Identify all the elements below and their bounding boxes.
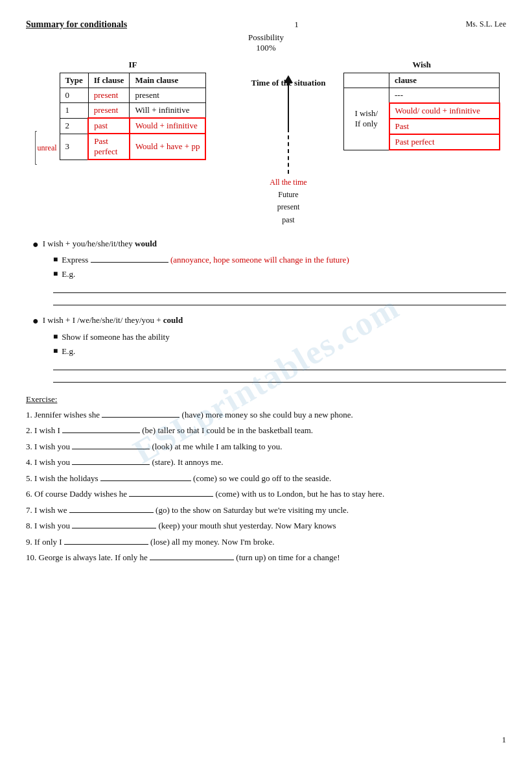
wish-section: Wish clause I wish/If only --- Would/ co… [343,60,500,150]
exercise-item-2: 2. I wish I (be) taller so that I could … [26,424,506,437]
sub-bullets-2: ■ Show if someone has the ability ■ E.g. [53,331,506,383]
time-item-future: Future [278,189,298,201]
type-0: 0 [60,88,88,103]
table-row: 0 present present [60,88,205,103]
exercise-item-10: 10. George is always late. If only he (t… [26,551,506,564]
wish-left-label: I wish/If only [344,88,389,150]
bullet-circle-1: ● [32,238,39,250]
main-clause-3: Would + have + pp [130,134,206,160]
time-item-all: All the time [270,176,306,189]
sub-bullet-text-2a: Show if someone has the ability [62,331,169,343]
type-2: 2 [60,118,88,134]
square-bullet-icon-2a: ■ [53,332,58,342]
col-type: Type [60,73,88,88]
bullet-text-2: I wish + I /we/he/she/it/ they/you + cou… [43,314,183,326]
exercise-item-7: 7. I wish we (go) to the show on Saturda… [26,504,506,517]
sub-bullet-2b: ■ E.g. [53,346,506,357]
exercise-item-9: 9. If only I (lose) all my money. Now I'… [26,536,506,549]
time-item-past: past [282,214,294,226]
blank-2 [62,432,140,433]
exercise-item-8: 8. I wish you (keep) your mouth shut yes… [26,519,506,532]
arrow-container [284,75,293,174]
blank-5 [100,480,191,481]
blank-6 [129,496,213,497]
main-tables: IF Type If clause Main clause 0 present … [26,60,506,226]
arrow-section: Time of the situation All the time Futur… [240,60,337,226]
blank-8 [72,528,156,528]
arrow-solid-line [288,83,289,128]
sub-bullets-1: ■ Express (annoyance, hope someone will … [53,254,506,305]
wish-table: clause I wish/If only --- Would/ could +… [343,73,500,150]
if-clause-3: Pastperfect [88,134,130,160]
if-clause-2: past [88,118,130,134]
exercise-item-1: 1. Jennifer wishes she (have) more money… [26,409,506,421]
arrow-dotted-line [288,128,289,174]
if-section: IF Type If clause Main clause 0 present … [26,60,240,160]
type-1: 1 [60,103,88,119]
if-wrapper: Type If clause Main clause 0 present pre… [60,73,207,160]
blank-1 [102,417,179,418]
square-bullet-icon-2b: ■ [53,346,58,356]
exercise-title: Exercise: [26,394,506,405]
write-line-2b [53,372,506,383]
unreal-text: unreal [38,143,57,153]
page-number-top: 1 [127,19,466,30]
unreal-bracket [35,131,37,165]
if-clause-0: present [88,88,130,103]
bullet-section-1: ● I wish + you/he/she/it/they would ■ Ex… [32,238,506,306]
blank-express [91,262,168,263]
time-of-situation-label: Time of the situation [240,78,337,89]
wish-right-2: Past [389,119,500,134]
possibility-label: Possibility [248,32,284,43]
table-row: 2 past Would + infinitive [60,118,205,134]
table-row: 1 present Will + infinitive [60,103,205,119]
author: Ms. S.L. Lee [466,19,506,29]
type-3: 3 [60,134,88,160]
exercise-item-5: 5. I wish the holidays (come) so we coul… [26,472,506,485]
wish-right-3: Past perfect [389,134,500,150]
time-item-present: present [277,201,300,213]
red-paren-1a: (annoyance, hope someone will change in … [170,255,349,265]
wish-col-left [344,73,389,88]
wish-row-0: I wish/If only --- [344,88,500,104]
square-bullet-icon-1b: ■ [53,269,58,279]
sub-bullet-text-1b: E.g. [62,268,75,280]
write-line-2a [53,360,506,370]
sub-bullet-text-1a: Express (annoyance, hope someone will ch… [62,254,349,266]
write-line-1a [53,283,506,293]
sub-bullet-1a: ■ Express (annoyance, hope someone will … [53,254,506,266]
wish-right-1: Would/ could + infinitive [389,103,500,119]
bullet-main-1: ● I wish + you/he/she/it/they would [32,238,506,250]
exercise-section: Exercise: 1. Jennifer wishes she (have) … [26,394,506,564]
wish-right-0: --- [389,88,500,104]
main-clause-0: present [130,88,206,103]
exercise-item-6: 6. Of course Daddy wishes he (come) with… [26,488,506,501]
page-header: Summary for conditionals 1 Ms. S.L. Lee [26,19,506,30]
if-clause-1: present [88,103,130,119]
main-clause-2: Would + infinitive [130,118,206,134]
exercise-item-4: 4. I wish you (stare). It annoys me. [26,456,506,469]
sub-bullet-1b: ■ E.g. [53,268,506,280]
bullet-main-2: ● I wish + I /we/he/she/it/ they/you + c… [32,314,506,327]
table-row: 3 Pastperfect Would + have + pp [60,134,205,160]
blank-7 [69,512,154,513]
bullet-circle-2: ● [32,314,39,327]
possibility-percent: 100% [256,43,275,53]
bullet-section-2: ● I wish + I /we/he/she/it/ they/you + c… [32,314,506,383]
col-main-clause: Main clause [130,73,206,88]
blank-3 [72,449,150,449]
wish-col-right: clause [389,73,500,88]
unreal-label-wrapper: unreal [35,131,57,165]
page-title: Summary for conditionals [26,19,127,30]
page-number-bottom: 1 [502,735,507,745]
blank-4 [72,464,150,465]
col-if-clause: If clause [88,73,130,88]
bullet-text-1: I wish + you/he/she/it/they would [43,238,157,250]
blank-9 [64,544,148,545]
time-items: All the time Future present past [270,176,306,226]
square-bullet-icon-1a: ■ [53,255,58,265]
possibility-section: Possibility 100% [26,32,506,53]
if-table: Type If clause Main clause 0 present pre… [60,73,207,160]
sub-bullet-2a: ■ Show if someone has the ability [53,331,506,343]
sub-bullet-text-2b: E.g. [62,346,75,357]
